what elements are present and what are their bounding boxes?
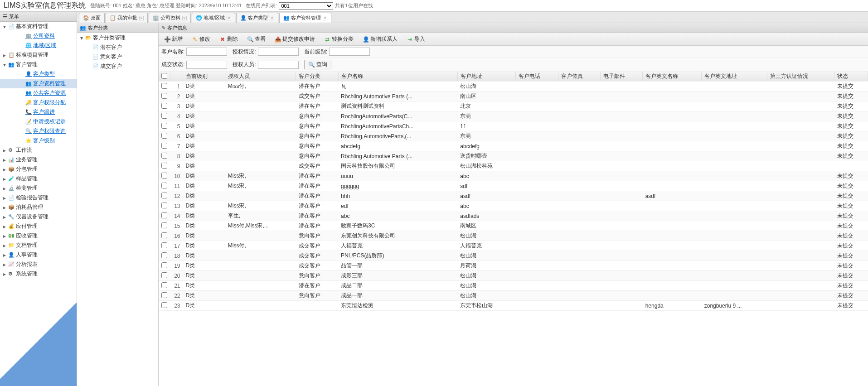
column-header[interactable]: 客户名称 <box>338 72 457 82</box>
table-row[interactable]: 4D类意向客户RochlingAutomotiveParts(C...东莞未提交 <box>159 111 868 121</box>
data-grid[interactable]: 当前级别授权人员客户分类客户名称客户地址客户电话客户传真电子邮件客户英文名称客户… <box>159 72 868 386</box>
toolbar-修改-button[interactable]: ✎修改 <box>189 34 213 44</box>
column-header[interactable]: 状态 <box>834 72 868 82</box>
menu-item[interactable]: 📞客户跟进 <box>0 107 77 117</box>
row-checkbox[interactable] <box>161 83 167 89</box>
row-checkbox[interactable] <box>161 143 167 149</box>
table-row[interactable]: 17D类Miss付,成交客户人福普克人福普克未提交 <box>159 241 868 251</box>
row-checkbox[interactable] <box>161 232 167 238</box>
table-row[interactable]: 12D类潜在客户hhhasdfasdf未提交 <box>159 191 868 201</box>
menu-item[interactable]: 👥公共客户资源 <box>0 88 77 98</box>
tab[interactable]: 🌐地域/区域× <box>192 13 235 23</box>
row-checkbox[interactable] <box>161 302 167 308</box>
row-checkbox[interactable] <box>161 153 167 159</box>
table-row[interactable]: 14D类李生,潜在客户abcasdfads未提交 <box>159 211 868 221</box>
row-checkbox[interactable] <box>161 103 167 109</box>
table-row[interactable]: 15D类Miss付,Miss宋,...潜在客户败家子数码3C南城区未提交 <box>159 221 868 231</box>
column-header[interactable]: 客户传真 <box>558 72 600 82</box>
menu-item[interactable]: 👤客户类型 <box>0 69 77 79</box>
row-checkbox[interactable] <box>161 292 167 298</box>
column-header[interactable]: 电子邮件 <box>600 72 642 82</box>
menu-item[interactable]: ▸📦消耗品管理 <box>0 203 77 212</box>
column-header[interactable]: 客户英文名称 <box>643 72 702 82</box>
row-checkbox[interactable] <box>161 133 167 139</box>
search-auth-status[interactable] <box>258 48 299 56</box>
column-header[interactable] <box>170 72 183 82</box>
menu-item[interactable]: ▸💵应收管理 <box>0 231 77 241</box>
toolbar-转换分类-button[interactable]: ⇄转换分类 <box>321 34 356 44</box>
toolbar-导入-button[interactable]: ⇥导入 <box>404 34 428 44</box>
menu-item[interactable]: 🌐地域/区域 <box>0 41 77 50</box>
row-checkbox[interactable] <box>161 242 167 248</box>
menu-item[interactable]: ▸🔬检测管理 <box>0 183 77 193</box>
table-row[interactable]: 6D类意向客户Röchling,AutomotiveParts,(...东莞未提… <box>159 131 868 141</box>
table-row[interactable]: 23D类东莞恒达检测东莞市松山湖hengdazongbuerlu 9 ...未提… <box>159 301 868 311</box>
row-checkbox[interactable] <box>161 123 167 129</box>
search-button[interactable]: 🔍 查询 <box>304 60 331 69</box>
menu-item[interactable]: ▸🧪样品管理 <box>0 174 77 183</box>
menu-item[interactable]: ▾📄基本资料管理 <box>0 22 77 31</box>
category-item[interactable]: 📄成交客户 <box>77 62 158 71</box>
column-header[interactable]: 第三方认证情况 <box>767 72 834 82</box>
toolbar-提交修改申请-button[interactable]: 📤提交修改申请 <box>272 34 318 44</box>
menu-item[interactable]: 🔍客户权限查询 <box>0 126 77 136</box>
table-row[interactable]: 18D类成交客户PNL/PCS(品质部)松山湖未提交 <box>159 251 868 261</box>
tab[interactable]: 👥客户资料管理× <box>279 13 331 23</box>
toolbar-查看-button[interactable]: 🔍查看 <box>244 34 268 44</box>
menu-item[interactable]: ▾👥客户管理 <box>0 60 77 69</box>
table-row[interactable]: 13D类Miss宋,潜在客户edfabc未提交 <box>159 201 868 211</box>
toolbar-删除-button[interactable]: ✖删除 <box>217 34 241 44</box>
online-users-select[interactable]: 001 <box>279 2 333 10</box>
tab-close-icon[interactable]: × <box>270 16 274 20</box>
menu-item[interactable]: ⭐客户级别 <box>0 136 77 145</box>
menu-item[interactable]: ▸👤人事管理 <box>0 250 77 260</box>
search-customer-name[interactable] <box>186 48 227 56</box>
tab[interactable]: 📋我的审批× <box>106 13 148 23</box>
menu-item[interactable]: ▸💰应付管理 <box>0 222 77 231</box>
column-header[interactable]: 当前级别 <box>183 72 225 82</box>
tab-close-icon[interactable]: × <box>182 16 187 20</box>
column-header[interactable] <box>159 72 170 82</box>
category-root[interactable]: ▾📂客户分类管理 <box>77 33 158 43</box>
row-checkbox[interactable] <box>161 262 167 268</box>
table-row[interactable]: 11D类Miss宋,潜在客户ggggggsdf未提交 <box>159 181 868 191</box>
row-checkbox[interactable] <box>161 193 167 198</box>
tab-close-icon[interactable]: × <box>323 16 327 20</box>
tab[interactable]: 👤客户类型× <box>236 13 278 23</box>
select-all-checkbox[interactable] <box>161 73 167 79</box>
column-header[interactable]: 客户电话 <box>516 72 558 82</box>
column-header[interactable]: 授权人员 <box>225 72 296 82</box>
column-header[interactable]: 客户英文地址 <box>702 72 767 82</box>
row-checkbox[interactable] <box>161 173 167 179</box>
row-checkbox[interactable] <box>161 203 167 208</box>
row-checkbox[interactable] <box>161 163 167 169</box>
row-checkbox[interactable] <box>161 222 167 228</box>
table-row[interactable]: 16D类意向客户东莞创为科技有限公司松山湖未提交 <box>159 231 868 241</box>
row-checkbox[interactable] <box>161 252 167 258</box>
row-checkbox[interactable] <box>161 282 167 288</box>
table-row[interactable]: 21D类潜在客户成品二部松山湖未提交 <box>159 281 868 291</box>
category-item[interactable]: 📄潜在客户 <box>77 43 158 52</box>
menu-item[interactable]: 📝申请授权记录 <box>0 117 77 126</box>
tab-close-icon[interactable]: × <box>139 16 144 20</box>
row-checkbox[interactable] <box>161 272 167 278</box>
menu-item[interactable]: ▸📈分析报表 <box>0 260 77 269</box>
menu-item[interactable]: ▸📄检验报告管理 <box>0 193 77 203</box>
search-auth-person[interactable] <box>258 61 299 69</box>
table-row[interactable]: 1D类Miss付,潜在客户瓦松山湖未提交 <box>159 82 868 92</box>
menu-item[interactable]: ▸📁文档管理 <box>0 241 77 250</box>
tab-close-icon[interactable]: × <box>227 16 231 20</box>
toolbar-新增-button[interactable]: ➕新增 <box>161 34 185 44</box>
menu-item[interactable]: 👥客户资料管理 <box>0 79 77 88</box>
row-checkbox[interactable] <box>161 212 167 218</box>
table-row[interactable]: 10D类Miss宋,潜在客户uuuuabc未提交 <box>159 171 868 181</box>
toolbar-新增联系人-button[interactable]: 👤新增联系人 <box>360 34 400 44</box>
row-checkbox[interactable] <box>161 183 167 188</box>
column-header[interactable]: 客户分类 <box>296 72 338 82</box>
table-row[interactable]: 7D类意向客户abcdefgabcdefg未提交 <box>159 141 868 151</box>
table-row[interactable]: 22D类意向客户成品一部松山湖未提交 <box>159 291 868 301</box>
column-header[interactable]: 客户地址 <box>457 72 515 82</box>
menu-item[interactable]: ▸📦分包管理 <box>0 164 77 174</box>
menu-item[interactable]: ▸🔧仪器设备管理 <box>0 212 77 222</box>
menu-item[interactable]: ▸📋标准项目管理 <box>0 50 77 60</box>
